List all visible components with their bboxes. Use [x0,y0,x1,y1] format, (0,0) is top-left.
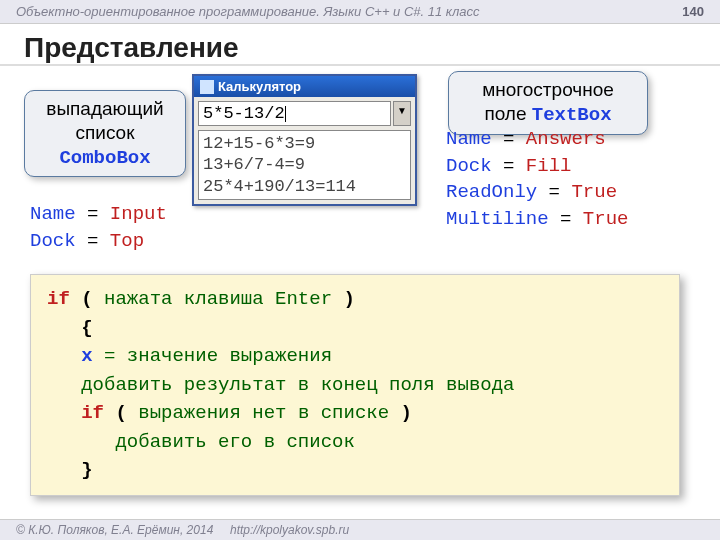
answers-output: 12+15-6*3=9 13+6/7-4=9 25*4+190/13=114 [198,130,411,200]
content: выпадающий список ComboBox многострочное… [0,66,720,506]
window-title: Калькулятор [218,79,301,94]
footer-url: http://kpolyakov.spb.ru [230,523,349,537]
callout-text: многострочное [482,79,614,100]
callout-keyword: ComboBox [59,147,150,169]
props-input: Name = Input Dock = Top [30,201,167,254]
page-number: 140 [682,4,704,19]
pseudocode-block: if ( нажата клавиша Enter ) { x = значен… [30,274,680,496]
output-line: 25*4+190/13=114 [203,176,406,197]
callout-text: выпадающий [46,98,163,119]
footer-copyright: © К.Ю. Поляков, Е.А. Ерёмин, 2014 [16,523,213,537]
callout-combobox: выпадающий список ComboBox [24,90,186,177]
callout-text: поле [484,103,531,124]
callout-text: список [76,122,135,143]
calculator-window: Калькулятор 5*5-13/2 ▼ 12+15-6*3=9 13+6/… [192,74,417,206]
window-titlebar: Калькулятор [194,76,415,97]
app-icon [200,80,214,94]
props-answers: Name = Answers Dock = Fill ReadOnly = Tr… [446,126,628,232]
output-line: 12+15-6*3=9 [203,133,406,154]
header: Объектно-ориентированное программировани… [0,0,720,24]
footer: © К.Ю. Поляков, Е.А. Ерёмин, 2014 http:/… [0,519,720,540]
caret-icon [285,106,286,122]
callout-textbox: многострочное поле TextBox [448,71,648,135]
page-title: Представление [0,24,720,66]
expression-input[interactable]: 5*5-13/2 [198,101,391,126]
output-line: 13+6/7-4=9 [203,154,406,175]
dropdown-button[interactable]: ▼ [393,101,411,126]
callout-keyword: TextBox [532,104,612,126]
input-row: 5*5-13/2 ▼ [194,97,415,130]
course-label: Объектно-ориентированное программировани… [16,4,480,19]
